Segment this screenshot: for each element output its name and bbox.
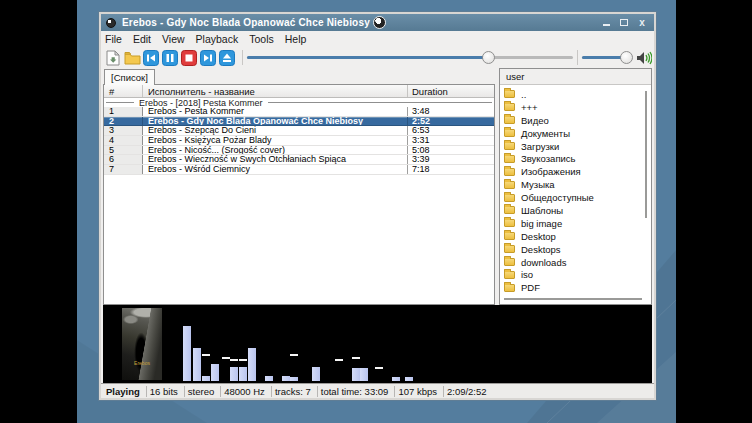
track-number: 5 <box>104 146 143 155</box>
spectrum-analyzer <box>103 305 652 381</box>
folder-item[interactable]: Звукозапись <box>504 152 651 165</box>
vscroll-thumb[interactable] <box>645 91 647 218</box>
add-file-icon <box>106 50 120 66</box>
player-window: Erebos - Gdy Noc Blada Opanować Chce Nie… <box>99 12 656 400</box>
open-folder-button[interactable] <box>124 49 141 66</box>
file-browser-header[interactable]: user <box>500 69 651 85</box>
file-browser-list: ..+++ВидеоДокументыЗагрузкиЗвукозаписьИз… <box>500 85 651 304</box>
folder-label: Загрузки <box>521 141 559 152</box>
volume-handle[interactable] <box>620 51 633 64</box>
vertical-scrollbar[interactable] <box>644 85 649 296</box>
toolbar-separator <box>242 50 243 65</box>
maximize-icon <box>620 19 628 26</box>
speaker-icon <box>636 51 652 65</box>
close-icon: x <box>639 18 645 28</box>
playlist-tab[interactable]: [Список] <box>104 69 155 85</box>
track-title: Erebos - Wśród Ciemnicy <box>143 165 408 174</box>
playlist-header: # Исполнитель - название Duration <box>104 85 494 98</box>
folder-icon <box>504 142 515 150</box>
track-number: 4 <box>104 136 143 145</box>
folder-item[interactable]: Видео <box>504 114 651 127</box>
spectrum-peak <box>375 367 383 369</box>
track-number: 1 <box>104 107 143 116</box>
close-button[interactable]: x <box>635 17 649 29</box>
track-number: 2 <box>104 117 143 126</box>
folder-item[interactable]: downloads <box>504 256 651 269</box>
previous-button[interactable] <box>143 49 160 66</box>
folder-item[interactable]: Общедоступные <box>504 191 651 204</box>
track-row[interactable]: 7Erebos - Wśród Ciemnicy7:18 <box>104 165 494 175</box>
folder-item[interactable]: Desktops <box>504 243 651 256</box>
track-title: Erebos - Wieczność w Swych Otchłaniach Ś… <box>143 155 408 164</box>
folder-icon <box>504 219 515 227</box>
seek-slider[interactable] <box>247 51 574 64</box>
column-header-duration[interactable]: Duration <box>408 85 494 97</box>
folder-label: big image <box>521 218 562 229</box>
folder-label: Видео <box>521 115 549 126</box>
track-row[interactable]: 4Erebos - Księżyca Pożar Blady3:31 <box>104 136 494 146</box>
add-file-button[interactable] <box>105 49 122 66</box>
track-row[interactable]: 6Erebos - Wieczność w Swych Otchłaniach … <box>104 155 494 165</box>
hscroll-thumb[interactable] <box>504 298 642 300</box>
folder-item[interactable]: iso <box>504 268 651 281</box>
minimize-button[interactable] <box>599 17 613 29</box>
spectrum-bar <box>282 376 290 381</box>
folder-item[interactable]: Desktop <box>504 230 651 243</box>
track-title: Erebos - Gdy Noc Blada Opanować Chce Nie… <box>143 117 408 126</box>
folder-label: Desktops <box>521 244 561 255</box>
folder-item[interactable]: big image <box>504 217 651 230</box>
folder-item[interactable]: +++ <box>504 101 651 114</box>
track-row[interactable]: 1Erebos - Pesta Kommer3:48 <box>104 107 494 117</box>
volume-slider[interactable] <box>582 51 632 64</box>
folder-item[interactable]: PDF <box>504 281 651 294</box>
spectrum-peak <box>222 357 230 359</box>
folder-item[interactable]: Документы <box>504 127 651 140</box>
column-header-num[interactable]: # <box>104 85 143 97</box>
spectrum-bar <box>230 367 238 381</box>
track-title: Erebos - Szepcąc Do Cieni <box>143 126 408 135</box>
menu-help[interactable]: Help <box>285 33 307 45</box>
column-header-title[interactable]: Исполнитель - название <box>143 85 408 97</box>
menu-edit[interactable]: Edit <box>133 33 151 45</box>
app-icon <box>106 18 116 28</box>
next-button[interactable] <box>200 49 217 66</box>
track-row[interactable]: 5Erebos - Nicość... (Srogość cover)5:08 <box>104 146 494 156</box>
track-row[interactable]: 2Erebos - Gdy Noc Blada Opanować Chce Ni… <box>104 117 494 127</box>
folder-item[interactable]: Изображения <box>504 165 651 178</box>
volume-button[interactable] <box>635 49 652 66</box>
menu-playback[interactable]: Playback <box>196 33 239 45</box>
folder-icon <box>504 129 515 137</box>
playlist-table: # Исполнитель - название Duration Erebos… <box>103 84 495 305</box>
eject-icon <box>219 50 235 66</box>
seek-handle[interactable] <box>482 51 495 64</box>
folder-item[interactable]: .. <box>504 88 651 101</box>
menu-file[interactable]: File <box>105 33 122 45</box>
folder-icon <box>504 168 515 176</box>
folder-item[interactable]: Загрузки <box>504 140 651 153</box>
stop-button[interactable] <box>181 49 198 66</box>
folder-label: Шаблоны <box>521 205 563 216</box>
folder-item[interactable]: Музыка <box>504 178 651 191</box>
main-area: [Список] # Исполнитель - название Durati… <box>101 68 654 305</box>
eject-button[interactable] <box>219 49 236 66</box>
titlebar[interactable]: Erebos - Gdy Noc Blada Opanować Chce Nie… <box>101 14 654 31</box>
stop-icon <box>181 50 197 66</box>
folder-icon <box>504 194 515 202</box>
spectrum-peak <box>352 357 360 359</box>
folder-label: PDF <box>521 282 540 293</box>
track-number: 7 <box>104 165 143 174</box>
folder-label: downloads <box>521 257 566 268</box>
maximize-button[interactable] <box>617 17 631 29</box>
track-number: 6 <box>104 155 143 164</box>
track-row[interactable]: 3Erebos - Szepcąc Do Cieni6:53 <box>104 126 494 136</box>
menu-tools[interactable]: Tools <box>249 33 274 45</box>
toolbar-separator-2 <box>577 50 578 65</box>
folder-item[interactable]: Шаблоны <box>504 204 651 217</box>
spectrum-bar <box>405 377 413 381</box>
menu-view[interactable]: View <box>162 33 185 45</box>
track-duration: 6:53 <box>408 126 494 135</box>
spectrum-peak <box>290 354 298 356</box>
horizontal-scrollbar[interactable] <box>500 295 644 304</box>
track-title: Erebos - Nicość... (Srogość cover) <box>143 146 408 155</box>
pause-button[interactable] <box>162 49 179 66</box>
